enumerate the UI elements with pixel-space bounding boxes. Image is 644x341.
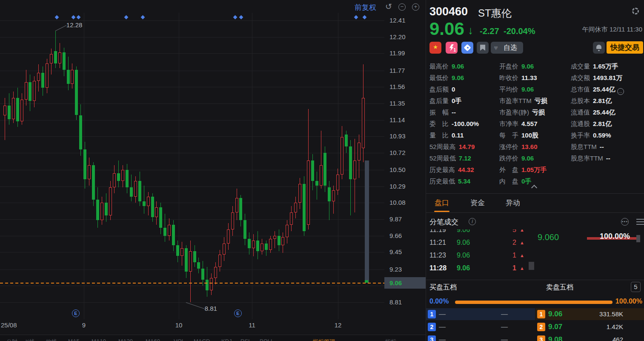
alert-bell-button[interactable] [593, 42, 605, 54]
distribution-scrollbar-thumb[interactable] [636, 235, 640, 242]
zoom-out-icon[interactable]: − [398, 3, 406, 11]
tape-count: 1 [502, 262, 516, 275]
buy-level-badge: 3 [428, 335, 436, 341]
adjust-mode-link[interactable]: 前复权 [355, 3, 376, 12]
depth-row: 2——29.071.42K [426, 321, 644, 333]
stat-cell: 市盈率TTM亏损 [499, 95, 547, 106]
tape-scrollbar-thumb[interactable] [529, 262, 534, 270]
toolbar-item[interactable]: RSI [240, 338, 250, 341]
tape-row: 11:239.061▲ [426, 249, 532, 262]
toolbar-item[interactable]: MACD [194, 338, 210, 341]
stat-value: 9.06 [521, 155, 534, 162]
chart-area: 12.288.81EE 前复权 ↺ − + 9.06 分时K线均线MA5MA10… [0, 0, 426, 341]
event-diamond-icon[interactable] [141, 15, 145, 20]
toolbar-item[interactable]: MA5 [68, 338, 80, 341]
stat-cell: 总股本2.81亿 [571, 95, 612, 106]
sell-level-badge: 3 [537, 335, 545, 341]
event-diamond-icon[interactable] [239, 15, 243, 20]
tag-badge-icon[interactable] [461, 42, 473, 54]
gear-icon[interactable] [632, 8, 639, 14]
gridline [0, 20, 384, 21]
event-diamond-icon[interactable] [233, 15, 238, 20]
stat-value: 25.44亿 [593, 86, 615, 93]
candle-body [100, 203, 103, 220]
tape-time: 11:23 [429, 249, 446, 262]
stat-value: 9.06 [452, 74, 464, 81]
price-axis-tick: 8.81 [389, 298, 402, 306]
chart-canvas[interactable]: 12.288.81EE [0, 0, 384, 335]
stat-value: 1.05万手 [521, 166, 547, 173]
stat-value: 2.81亿 [593, 97, 612, 104]
stat-value: 亏损 [535, 97, 547, 104]
gridline [0, 252, 384, 252]
event-diamond-icon[interactable] [124, 15, 129, 20]
candle-body [358, 143, 361, 160]
event-diamond-icon[interactable] [72, 15, 76, 20]
undo-icon[interactable]: ↺ [385, 2, 392, 11]
event-diamond-icon[interactable] [77, 15, 81, 20]
price-annotation: 8.81 [205, 305, 217, 312]
buy-level[interactable]: 1—— [426, 308, 535, 320]
stat-cell: 内 盘0手 [499, 175, 531, 187]
candle-body [320, 165, 323, 186]
gridline [0, 103, 384, 104]
toolbar-item[interactable]: MA20 [118, 338, 133, 341]
more-dots-icon[interactable]: … [617, 88, 624, 95]
toolbar-item[interactable]: 均线 [46, 338, 57, 341]
price-axis-tick: 11.99 [389, 49, 405, 57]
candle-body [303, 184, 306, 231]
tab-zijin[interactable]: 资金 [470, 198, 485, 208]
toolbar-item[interactable]: BOLL [260, 338, 274, 341]
buy-depth-title: 买盘五档 [429, 283, 457, 292]
toolbar-item[interactable]: MA10 [92, 338, 106, 341]
collapse-chevron-icon[interactable] [532, 184, 537, 189]
candle-body [134, 181, 137, 197]
zoom-in-icon[interactable]: + [412, 3, 419, 11]
indicator-toolbar-clipped[interactable]: 分时K线均线MA5MA10MA20MA60VOLMACDKDJRSIBOLL指标… [0, 335, 426, 341]
list-view-icon[interactable] [636, 219, 644, 225]
sell-level[interactable]: 19.06331.58K [535, 308, 644, 320]
candle-body [3, 106, 6, 115]
toolbar-item[interactable]: 指标 [385, 338, 396, 341]
stat-label: 总市值 [571, 86, 590, 93]
event-diamond-icon[interactable] [363, 15, 367, 20]
stat-cell: 市净率4.557 [499, 118, 538, 129]
last-price: 9.06 [429, 19, 464, 39]
divider [426, 280, 644, 280]
sell-level[interactable]: 29.071.42K [535, 321, 644, 333]
stats-row: 振 幅--市盈率(静)亏损流通值25.44亿 [426, 106, 644, 118]
toolbar-item[interactable]: MA60 [146, 338, 160, 341]
candle-body [362, 98, 365, 148]
tape-list[interactable]: 11:199.065▲11:219.062▲11:239.061▲11:289.… [426, 229, 532, 279]
tab-pankou[interactable]: 盘口 [435, 198, 449, 208]
event-diamond-icon[interactable] [354, 15, 358, 20]
depth-levels-button[interactable]: 5 [631, 282, 641, 292]
more-options-icon[interactable]: ••• [621, 218, 629, 226]
price-axis-tick: 9.87 [389, 215, 402, 223]
buy-level[interactable]: 3—— [426, 334, 535, 341]
toolbar-item[interactable]: 指标管理 [313, 338, 335, 341]
buy-level[interactable]: 2—— [426, 321, 535, 333]
tape-time: 11:19 [429, 229, 446, 236]
toolbar-item[interactable]: KDJ [221, 338, 232, 341]
candle-body [54, 51, 57, 63]
toolbar-item[interactable]: K线 [26, 338, 35, 341]
event-diamond-icon[interactable] [55, 15, 59, 20]
lightning-badge-icon[interactable]: 1 [446, 42, 458, 54]
candle-body [273, 236, 276, 239]
event-circle-icon[interactable]: E [234, 309, 242, 317]
bolt-glyph [449, 44, 454, 51]
info-icon[interactable]: i [469, 218, 476, 225]
stat-cell: 盘后量0手 [429, 95, 461, 106]
quick-trade-button[interactable]: 快捷交易 [607, 41, 643, 54]
stat-label: 市盈率(静) [499, 109, 529, 116]
toolbar-item[interactable]: 分时 [6, 338, 17, 341]
stat-label: 市盈率TTM [499, 97, 532, 104]
event-circle-icon[interactable]: E [72, 309, 80, 317]
toolbar-item[interactable]: VOL [174, 338, 185, 341]
sell-level[interactable]: 39.08462 [535, 334, 644, 341]
bookmark-badge-icon[interactable] [477, 42, 489, 54]
candle-body [33, 81, 36, 101]
add-watchlist-button[interactable]: ♥ 自选 [491, 42, 523, 54]
tab-yidong[interactable]: 异动 [506, 198, 520, 208]
